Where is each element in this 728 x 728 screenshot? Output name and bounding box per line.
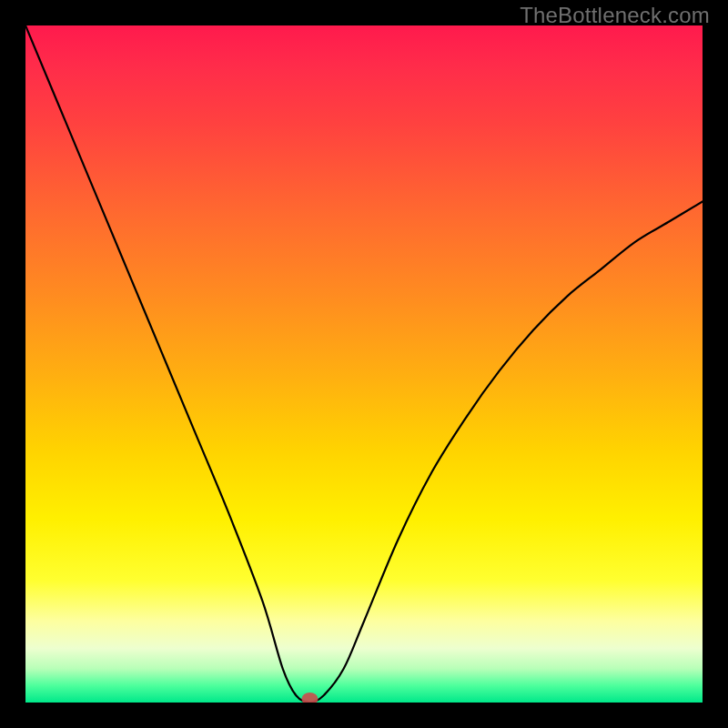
optimal-point-marker [301,693,318,703]
bottleneck-curve [25,25,703,703]
plot-area [25,25,703,703]
curve-layer [25,25,703,703]
watermark-text: TheBottleneck.com [520,3,710,28]
chart-frame: TheBottleneck.com [0,0,728,728]
